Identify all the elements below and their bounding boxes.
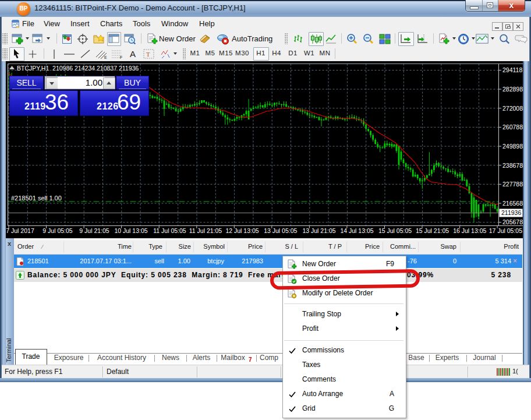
- svg-text:282898: 282898: [502, 86, 523, 93]
- svg-text:294118: 294118: [502, 66, 522, 73]
- svg-text:216568: 216568: [502, 200, 523, 207]
- svg-text:#218501 sell 1.00: #218501 sell 1.00: [11, 195, 62, 202]
- svg-text:9 Jul 05:05: 9 Jul 05:05: [43, 227, 73, 234]
- svg-text:14 Jul 13:05: 14 Jul 13:05: [340, 227, 373, 234]
- svg-text:11 Jul 21:05: 11 Jul 21:05: [189, 227, 222, 234]
- svg-text:11 Jul 05:05: 11 Jul 05:05: [153, 227, 186, 234]
- svg-text:10 Jul 13:05: 10 Jul 13:05: [114, 227, 147, 234]
- svg-text:260788: 260788: [502, 123, 523, 130]
- svg-text:12 Jul 13:05: 12 Jul 13:05: [225, 227, 259, 234]
- svg-text:BTCJPY,H1 210986 214234 21083: BTCJPY,H1 210986 214234 210837 211936: [17, 65, 139, 72]
- svg-text:15 Jul 05:05: 15 Jul 05:05: [378, 227, 412, 234]
- svg-text:13 Jul 21:05: 13 Jul 21:05: [302, 227, 335, 234]
- svg-text:205678: 205678: [502, 218, 523, 225]
- svg-text:F: F: [120, 55, 122, 59]
- svg-text:17 Jul 05:05: 17 Jul 05:05: [489, 227, 522, 234]
- svg-text:16 Jul 13:05: 16 Jul 13:05: [453, 227, 486, 234]
- svg-text:9 Jul 21:05: 9 Jul 21:05: [79, 227, 109, 234]
- svg-text:272008: 272008: [502, 105, 523, 112]
- svg-text:T: T: [146, 51, 150, 58]
- svg-text:15 Jul 21:05: 15 Jul 21:05: [416, 227, 449, 234]
- svg-text:249898: 249898: [502, 143, 523, 150]
- svg-text:227788: 227788: [502, 181, 523, 188]
- svg-text:238678: 238678: [502, 162, 523, 169]
- svg-text:E: E: [104, 55, 107, 59]
- svg-text:211936: 211936: [501, 209, 521, 216]
- svg-text:7 Jul 2017: 7 Jul 2017: [6, 227, 34, 234]
- svg-text:13 Jul 05:05: 13 Jul 05:05: [264, 227, 297, 234]
